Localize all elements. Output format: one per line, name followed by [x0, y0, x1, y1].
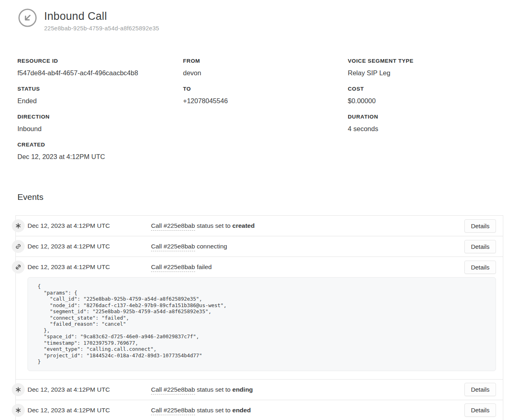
link-icon — [12, 240, 25, 253]
field-duration: DURATION 4 seconds — [348, 113, 498, 133]
field-created: CREATED Dec 12, 2023 at 4:12PM UTC — [17, 141, 183, 161]
field-value: Ended — [17, 96, 183, 105]
call-link[interactable]: Call #225e8bab — [151, 407, 195, 415]
call-details: RESOURCE ID f547de84-ab4f-4657-ac4f-496c… — [17, 57, 498, 169]
call-link[interactable]: Call #225e8bab — [151, 386, 195, 395]
event-message-text: status set to — [195, 386, 232, 393]
call-link[interactable]: Call #225e8bab — [151, 243, 195, 251]
event-row-connecting: Dec 12, 2023 at 4:12PM UTC Call #225e8ba… — [16, 236, 503, 257]
event-message: Call #225e8bab status set to ending — [151, 386, 464, 393]
event-message-text: status set to — [195, 407, 232, 414]
field-value: f547de84-ab4f-4657-ac4f-496caacbc4b8 — [17, 68, 183, 77]
details-button[interactable]: Details — [464, 219, 496, 233]
page-header: Inbound Call 225e8bab-925b-4759-a54d-a8f… — [0, 0, 515, 32]
event-timestamp: Dec 12, 2023 at 4:12PM UTC — [28, 263, 151, 271]
event-message: Call #225e8bab connecting — [151, 243, 464, 250]
event-status-word: ended — [232, 407, 251, 414]
event-timestamp: Dec 12, 2023 at 4:12PM UTC — [28, 407, 151, 414]
header-text: Inbound Call 225e8bab-925b-4759-a54d-a8f… — [44, 8, 159, 32]
details-button[interactable]: Details — [464, 403, 496, 417]
asterisk-icon — [12, 404, 25, 417]
event-row-main: Dec 12, 2023 at 4:12PM UTC Call #225e8ba… — [16, 236, 503, 257]
field-resource-id: RESOURCE ID f547de84-ab4f-4657-ac4f-496c… — [17, 57, 183, 77]
grid-spacer — [183, 141, 348, 161]
event-row-main: Dec 12, 2023 at 4:12PM UTC Call #225e8ba… — [16, 380, 503, 400]
field-label: TO — [183, 85, 348, 92]
inbound-arrow-icon — [18, 8, 37, 28]
events-list: Dec 12, 2023 at 4:12PM UTC Call #225e8ba… — [15, 215, 503, 420]
details-button[interactable]: Details — [464, 240, 496, 253]
event-message: Call #225e8bab status set to ended — [151, 407, 464, 414]
details-button[interactable]: Details — [464, 261, 496, 274]
grid-spacer — [348, 141, 498, 161]
call-detail-page: Inbound Call 225e8bab-925b-4759-a54d-a8f… — [0, 0, 515, 420]
field-cost: COST $0.00000 — [348, 85, 498, 105]
event-row-main: Dec 12, 2023 at 4:12PM UTC Call #225e8ba… — [16, 400, 503, 420]
grid-spacer — [183, 113, 348, 133]
event-payload-json: { "params": { "call_id": "225e8bab-925b-… — [28, 277, 496, 371]
details-button[interactable]: Details — [464, 383, 496, 396]
event-timestamp: Dec 12, 2023 at 4:12PM UTC — [28, 243, 151, 250]
field-label: DURATION — [348, 113, 498, 120]
field-direction: DIRECTION Inbound — [17, 113, 183, 133]
broken-link-icon — [12, 261, 25, 274]
event-message: Call #225e8bab status set to created — [151, 222, 464, 229]
event-row-ended: Dec 12, 2023 at 4:12PM UTC Call #225e8ba… — [16, 400, 503, 420]
asterisk-icon — [12, 383, 25, 396]
event-row-ending: Dec 12, 2023 at 4:12PM UTC Call #225e8ba… — [16, 379, 503, 400]
event-row-main: Dec 12, 2023 at 4:12PM UTC Call #225e8ba… — [16, 216, 503, 236]
field-label: RESOURCE ID — [17, 57, 183, 64]
field-status: STATUS Ended — [17, 85, 183, 105]
field-label: FROM — [183, 57, 348, 64]
event-status-word: created — [232, 222, 255, 229]
field-value: devon — [183, 68, 348, 77]
field-value: 4 seconds — [348, 124, 498, 133]
event-row-main: Dec 12, 2023 at 4:12PM UTC Call #225e8ba… — [16, 257, 503, 277]
event-message: Call #225e8bab failed — [151, 263, 464, 271]
field-label: VOICE SEGMENT TYPE — [348, 57, 498, 64]
field-from: FROM devon — [183, 57, 348, 77]
event-message-text: failed — [195, 263, 212, 270]
field-label: COST — [348, 85, 498, 92]
asterisk-icon — [12, 219, 25, 232]
field-label: DIRECTION — [17, 113, 183, 120]
field-to: TO +12078045546 — [183, 85, 348, 105]
events-heading: Events — [17, 192, 515, 202]
field-value: Inbound — [17, 124, 183, 133]
call-id-subtitle: 225e8bab-925b-4759-a54d-a8f625892e35 — [44, 25, 159, 32]
field-value: +12078045546 — [183, 96, 348, 105]
field-value: Dec 12, 2023 at 4:12PM UTC — [17, 152, 183, 161]
event-message-text: status set to — [195, 222, 232, 229]
field-voice-segment-type: VOICE SEGMENT TYPE Relay SIP Leg — [348, 57, 498, 77]
event-message-text: connecting — [195, 243, 227, 250]
event-row-created: Dec 12, 2023 at 4:12PM UTC Call #225e8ba… — [16, 216, 503, 236]
event-timestamp: Dec 12, 2023 at 4:12PM UTC — [28, 386, 151, 393]
field-value: Relay SIP Leg — [348, 68, 498, 77]
event-timestamp: Dec 12, 2023 at 4:12PM UTC — [28, 222, 151, 229]
event-status-word: ending — [232, 386, 253, 393]
field-value: $0.00000 — [348, 96, 498, 105]
field-label: CREATED — [17, 141, 183, 148]
page-title: Inbound Call — [44, 10, 159, 23]
call-link[interactable]: Call #225e8bab — [151, 222, 195, 231]
event-row-failed: Dec 12, 2023 at 4:12PM UTC Call #225e8ba… — [16, 257, 503, 371]
field-label: STATUS — [17, 85, 183, 92]
call-link[interactable]: Call #225e8bab — [151, 263, 195, 272]
